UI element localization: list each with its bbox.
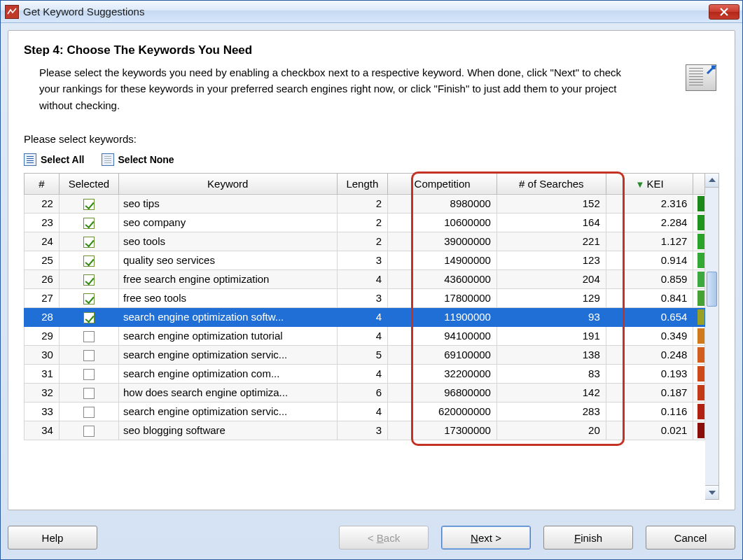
cell-kei: 0.021 [606, 421, 693, 440]
cell-keyword: search engine optimization softw... [118, 307, 337, 326]
cell-index: 28 [25, 307, 60, 326]
table-row[interactable]: 29search engine optimization tutorial494… [25, 326, 705, 345]
col-selected[interactable]: Selected [59, 173, 118, 194]
cell-kei: 1.127 [606, 232, 693, 251]
col-index[interactable]: # [25, 173, 60, 194]
table-row[interactable]: 26free search engine optimization4436000… [25, 270, 705, 288]
cell-length: 2 [337, 232, 388, 251]
cell-checkbox[interactable] [59, 270, 118, 288]
cell-index: 24 [25, 232, 60, 251]
cell-checkbox[interactable] [59, 232, 118, 251]
select-none-button[interactable]: Select None [102, 153, 174, 166]
table-row[interactable]: 25quality seo services3149000001230.914 [25, 251, 705, 270]
cell-competition: 32200000 [388, 364, 497, 383]
cell-competition: 14900000 [388, 251, 497, 270]
cell-kei: 0.116 [606, 402, 693, 421]
checkbox-icon[interactable] [83, 426, 95, 437]
table-row[interactable]: 33search engine optimization servic...46… [25, 402, 705, 421]
col-kei-bar [693, 173, 705, 194]
checkbox-icon[interactable] [83, 312, 95, 323]
select-none-label: Select None [118, 154, 174, 165]
cell-checkbox[interactable] [59, 345, 118, 364]
cell-kei-bar [693, 326, 705, 345]
cell-competition: 17300000 [388, 421, 497, 440]
window-title: Get Keyword Suggestions [23, 6, 709, 18]
cell-index: 29 [25, 326, 60, 345]
col-competition[interactable]: Competition [388, 173, 497, 194]
checkbox-icon[interactable] [83, 350, 95, 361]
table-row[interactable]: 22seo tips289800001522.316 [25, 194, 705, 213]
scroll-thumb[interactable] [707, 272, 717, 307]
scroll-up-button[interactable] [705, 174, 718, 188]
select-all-button[interactable]: Select All [24, 153, 85, 166]
cell-index: 23 [25, 213, 60, 232]
checkbox-icon[interactable] [83, 293, 95, 304]
cell-checkbox[interactable] [59, 364, 118, 383]
col-keyword[interactable]: Keyword [118, 173, 337, 194]
back-button: < Back [339, 526, 429, 550]
checkbox-icon[interactable] [83, 255, 95, 267]
help-button[interactable]: Help [8, 526, 97, 550]
finish-button[interactable]: Finish [543, 526, 633, 550]
next-button[interactable]: Next > [441, 526, 531, 550]
cell-kei-bar [693, 194, 705, 213]
cell-length: 4 [337, 364, 388, 383]
cell-searches: 83 [497, 364, 606, 383]
cancel-button[interactable]: Cancel [646, 526, 735, 550]
checkbox-icon[interactable] [83, 388, 95, 399]
cell-checkbox[interactable] [59, 383, 118, 402]
cell-competition: 620000000 [388, 402, 497, 421]
table-row[interactable]: 24seo tools2390000002211.127 [25, 232, 705, 251]
checkbox-icon[interactable] [83, 331, 95, 342]
table-row[interactable]: 27free seo tools3178000001290.841 [25, 288, 705, 307]
select-none-icon [102, 153, 114, 166]
cell-checkbox[interactable] [59, 402, 118, 421]
cell-kei-bar [693, 251, 705, 270]
cell-checkbox[interactable] [59, 307, 118, 326]
cell-length: 2 [337, 194, 388, 213]
cell-competition: 69100000 [388, 345, 497, 364]
checkbox-icon[interactable] [83, 407, 95, 418]
col-length[interactable]: Length [337, 173, 388, 194]
vertical-scrollbar[interactable] [705, 173, 719, 500]
checkbox-icon[interactable] [83, 369, 95, 380]
col-searches[interactable]: # of Searches [497, 173, 606, 194]
table-row[interactable]: 32how does search engine optimiza...6968… [25, 383, 705, 402]
cell-checkbox[interactable] [59, 326, 118, 345]
table-row[interactable]: 28search engine optimization softw...411… [25, 307, 705, 326]
cell-keyword: seo tools [118, 232, 337, 251]
cell-searches: 20 [497, 421, 606, 440]
table-row[interactable]: 23seo company2106000001642.284 [25, 213, 705, 232]
checkbox-icon[interactable] [83, 218, 95, 229]
scroll-down-button[interactable] [705, 485, 718, 499]
table-row[interactable]: 30search engine optimization servic...56… [25, 345, 705, 364]
cell-searches: 283 [497, 402, 606, 421]
cell-kei: 0.187 [606, 383, 693, 402]
cell-checkbox[interactable] [59, 251, 118, 270]
cell-kei-bar [693, 345, 705, 364]
cell-kei-bar [693, 402, 705, 421]
cell-checkbox[interactable] [59, 421, 118, 440]
close-button[interactable] [709, 4, 739, 20]
cell-competition: 10600000 [388, 213, 497, 232]
table-row[interactable]: 34seo blogging software317300000200.021 [25, 421, 705, 440]
step-title: Step 4: Choose The Keywords You Need [24, 43, 676, 57]
cell-kei: 0.654 [606, 307, 693, 326]
scroll-track[interactable] [705, 188, 718, 485]
cell-kei-bar [693, 232, 705, 251]
cell-index: 22 [25, 194, 60, 213]
cell-checkbox[interactable] [59, 213, 118, 232]
cell-kei: 2.284 [606, 213, 693, 232]
cell-kei: 0.841 [606, 288, 693, 307]
cell-index: 32 [25, 383, 60, 402]
cell-checkbox[interactable] [59, 194, 118, 213]
titlebar: Get Keyword Suggestions [1, 1, 742, 23]
checkbox-icon[interactable] [83, 237, 95, 248]
col-kei[interactable]: ▼KEI [606, 173, 693, 194]
table-row[interactable]: 31search engine optimization com...43220… [25, 364, 705, 383]
checkbox-icon[interactable] [83, 274, 95, 286]
cell-competition: 43600000 [388, 270, 497, 288]
checkbox-icon[interactable] [83, 199, 95, 210]
cell-checkbox[interactable] [59, 288, 118, 307]
dialog-buttons: Help < Back Next > Finish Cancel [8, 526, 735, 550]
